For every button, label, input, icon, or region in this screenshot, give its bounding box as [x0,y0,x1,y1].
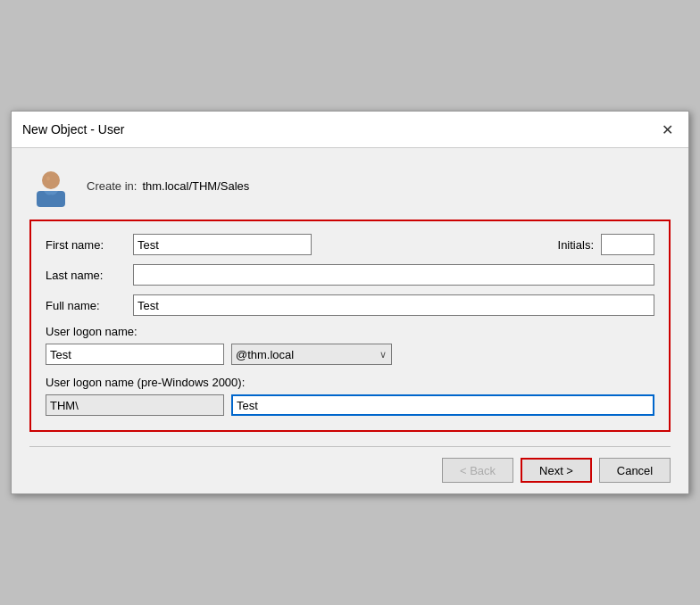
domain-prefix-input[interactable] [46,394,224,416]
domain-select[interactable]: @thm.local [231,344,392,365]
create-in-label: Create in: [87,179,137,193]
initials-group: Initials: [558,234,654,255]
pre-windows-row [46,394,654,416]
dialog-header: Create in: thm.local/THM/Sales [12,148,688,220]
fullname-input[interactable] [133,294,654,316]
domain-select-wrapper: @thm.local [231,344,392,365]
logon-name-section: User logon name: @thm.local [46,325,654,365]
next-button[interactable]: Next > [521,458,592,483]
back-button[interactable]: < Back [442,458,513,483]
button-row: < Back Next > Cancel [12,447,688,493]
cancel-button[interactable]: Cancel [599,458,671,483]
lastname-input[interactable] [133,264,654,286]
form-container: First name: Initials: Last name: Full na… [29,220,671,432]
pre-windows-user-input[interactable] [231,394,654,416]
title-bar: New Object - User ✕ [12,112,688,148]
initials-input[interactable] [601,234,654,255]
lastname-row: Last name: [46,264,654,286]
svg-point-1 [42,171,60,189]
dialog-title: New Object - User [22,122,124,137]
firstname-row: First name: Initials: [46,234,654,255]
pre-windows-section: User logon name (pre-Windows 2000): [46,376,654,416]
logon-name-row: @thm.local [46,344,654,365]
user-icon [29,164,72,207]
header-info: Create in: thm.local/THM/Sales [87,179,249,193]
user-logon-input[interactable] [46,344,224,365]
firstname-input[interactable] [133,234,312,255]
create-in-path: thm.local/THM/Sales [142,179,249,193]
svg-point-2 [46,177,50,181]
pre-windows-label: User logon name (pre-Windows 2000): [46,376,654,389]
fullname-label: Full name: [46,299,126,312]
fullname-row: Full name: [46,294,654,316]
lastname-label: Last name: [46,269,126,282]
dialog-window: New Object - User ✕ Create in: thm.local… [11,111,689,494]
firstname-label: First name: [46,238,126,252]
initials-label: Initials: [558,238,594,252]
close-button[interactable]: ✕ [656,119,678,140]
user-logon-label: User logon name: [46,325,654,338]
user-avatar-icon [29,164,72,207]
